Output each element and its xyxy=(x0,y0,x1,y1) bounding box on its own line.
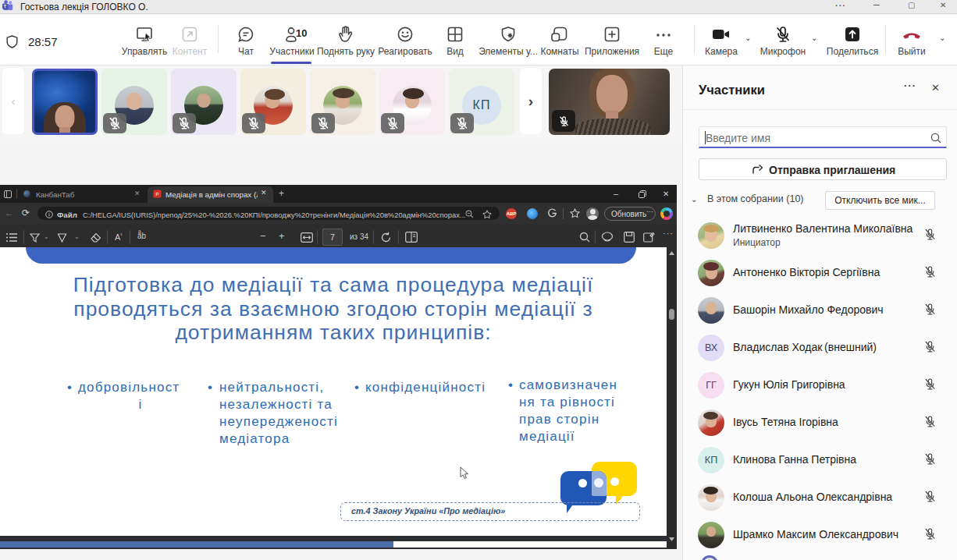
svg-text:P: P xyxy=(155,192,158,197)
